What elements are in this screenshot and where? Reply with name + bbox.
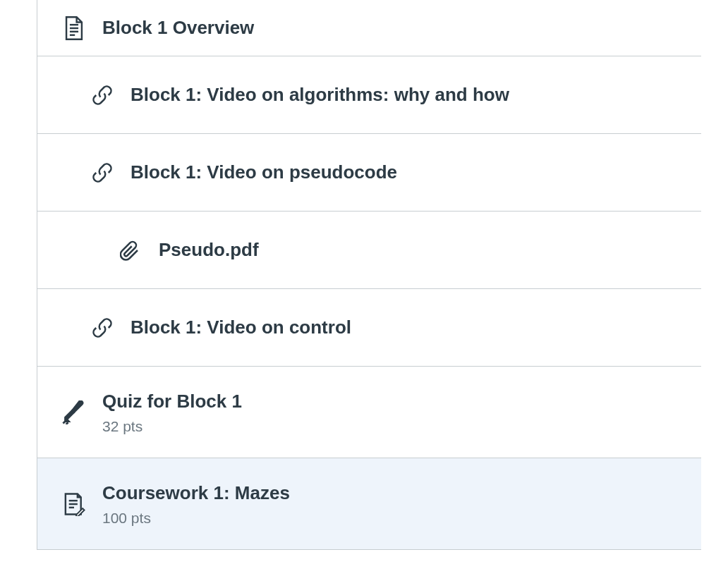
module-item[interactable]: Quiz for Block 1 32 pts — [37, 367, 701, 458]
link-icon — [74, 317, 131, 338]
module-item-content: Block 1: Video on control — [131, 315, 365, 340]
module-item-title: Block 1: Video on control — [131, 315, 351, 340]
module-item-points: 100 pts — [102, 510, 290, 527]
module-item[interactable]: Block 1: Video on pseudocode — [37, 134, 701, 212]
module-item-content: Block 1: Video on algorithms: why and ho… — [131, 82, 523, 107]
module-item-title: Quiz for Block 1 — [102, 389, 242, 414]
attachment-icon — [102, 240, 159, 261]
module-item-title: Block 1: Video on algorithms: why and ho… — [131, 82, 509, 107]
module-item[interactable]: Coursework 1: Mazes 100 pts — [37, 458, 701, 550]
module-item-points: 32 pts — [102, 418, 242, 435]
assignment-icon — [46, 492, 102, 516]
module-item-content: Quiz for Block 1 32 pts — [102, 389, 256, 435]
module-item-content: Coursework 1: Mazes 100 pts — [102, 481, 304, 527]
module-item-title: Block 1 Overview — [102, 16, 254, 40]
module-item-title: Coursework 1: Mazes — [102, 481, 290, 506]
svg-line-4 — [63, 421, 65, 423]
module-item-content: Pseudo.pdf — [159, 238, 273, 262]
module-item-content: Block 1 Overview — [102, 16, 268, 40]
quiz-icon — [46, 400, 102, 424]
module-item-title: Pseudo.pdf — [159, 238, 259, 262]
module-item-list: Block 1 Overview Block 1: Video on algor… — [37, 0, 701, 550]
module-item-title: Block 1: Video on pseudocode — [131, 160, 397, 185]
module-item[interactable]: Block 1: Video on algorithms: why and ho… — [37, 56, 701, 134]
module-item-content: Block 1: Video on pseudocode — [131, 160, 411, 185]
module-item[interactable]: Block 1 Overview — [37, 0, 701, 56]
link-icon — [74, 85, 131, 106]
page-icon — [46, 16, 102, 40]
module-item[interactable]: Pseudo.pdf — [37, 212, 701, 289]
svg-line-5 — [66, 422, 68, 424]
link-icon — [74, 162, 131, 183]
module-item[interactable]: Block 1: Video on control — [37, 289, 701, 367]
